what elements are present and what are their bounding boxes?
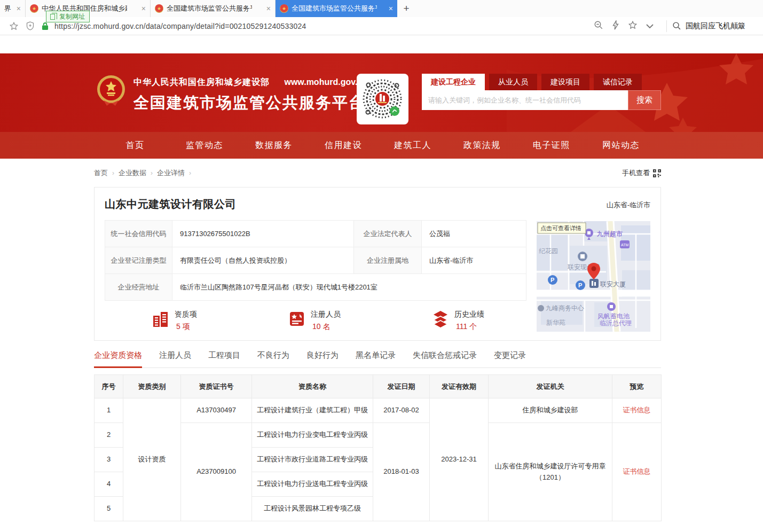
company-name: 山东中元建筑设计有限公司: [105, 197, 236, 212]
field-label: 企业注册属地: [354, 247, 422, 274]
field-label: 企业经营地址: [105, 274, 172, 301]
nav-item-credit[interactable]: 信用建设: [309, 132, 378, 159]
browser-tab-2[interactable]: ★ 全国建筑市场监管公共服务平台 ×: [151, 0, 276, 17]
browser-address-bar: https://jzsc.mohurd.gov.cn/data/company/…: [0, 17, 763, 35]
mobile-view-link[interactable]: 手机查看: [622, 168, 661, 178]
building-icon: [152, 310, 170, 328]
tab-close-icon[interactable]: ×: [389, 4, 393, 13]
search-tab-enterprise[interactable]: 建设工程企业: [422, 74, 485, 90]
tab-projects[interactable]: 工程项目: [208, 350, 240, 367]
tab-change-records[interactable]: 变更记录: [494, 350, 526, 367]
tab-title: 全国建筑市场监管公共服务平台: [167, 4, 252, 13]
nav-item-licenses[interactable]: 电子证照: [517, 132, 586, 159]
cell-cert-no: A137030497: [181, 398, 252, 423]
company-stats: 资质项 5 项 注册人员: [105, 310, 526, 332]
cell-authority: 山东省住房和城乡建设厅许可专用章 （1201）: [489, 423, 612, 521]
cell-preview: 证书信息: [612, 398, 662, 423]
svg-text:P: P: [578, 282, 582, 288]
stat-qualifications[interactable]: 资质项 5 项: [152, 310, 197, 332]
company-region: 山东省-临沂市: [607, 200, 650, 210]
tab-good-behavior[interactable]: 良好行为: [306, 350, 339, 367]
search-tab-project[interactable]: 建设项目: [541, 74, 589, 90]
nav-item-site-news[interactable]: 网站动态: [586, 132, 656, 159]
cell-preview: 证书信息: [612, 423, 662, 521]
url-text[interactable]: https://jzsc.mohurd.gov.cn/data/company/…: [54, 22, 306, 30]
svg-text:ATM: ATM: [621, 243, 628, 247]
emblem-favicon-icon: ★: [155, 4, 163, 13]
chevron-right-icon: ›: [112, 169, 114, 177]
breadcrumb-company-detail[interactable]: 企业详情: [157, 168, 185, 178]
tab-close-icon[interactable]: ×: [266, 4, 271, 13]
stat-registered-personnel[interactable]: 注册人员 10 名: [288, 310, 341, 332]
search-tab-personnel[interactable]: 从业人员: [489, 74, 537, 90]
ministry-name: 中华人民共和国住房和城乡建设部: [133, 77, 270, 87]
shield-permission-icon[interactable]: [26, 21, 34, 30]
chevron-right-icon: ›: [189, 169, 191, 177]
cell-cert-no: A237009100: [181, 423, 252, 521]
layers-icon: [431, 310, 450, 328]
stat-history-performance[interactable]: 历史业绩 111 个: [431, 310, 484, 332]
tab-close-icon[interactable]: ×: [141, 4, 146, 13]
table-row: 1 设计资质 A137030497 工程设计建筑行业（建筑工程）甲级 2017-…: [95, 398, 662, 423]
chevron-right-icon: ›: [151, 169, 153, 177]
bookmark-star-icon[interactable]: [9, 21, 19, 31]
field-label: 统一社会信用代码: [105, 221, 172, 247]
chevron-down-icon[interactable]: [646, 21, 654, 31]
search-button[interactable]: 搜索: [628, 90, 661, 110]
cell-authority: 住房和城乡建设部: [489, 398, 612, 423]
cell-category: 设计资质: [123, 398, 181, 521]
qr-code-icon: [653, 169, 661, 177]
copy-url-tooltip: 复制网址: [46, 11, 90, 22]
certificate-info-link[interactable]: 证书信息: [623, 406, 651, 414]
favorite-star-icon[interactable]: [628, 20, 638, 32]
header-search-widget: 建设工程企业 从业人员 建设项目 诚信记录 搜索: [422, 74, 661, 110]
tab-title: 全国建筑市场监管公共服务平台: [292, 4, 377, 13]
cell-issue-date: 2017-08-02: [373, 398, 430, 423]
browser-search-box[interactable]: 国航回应飞机颠簸: [672, 21, 758, 31]
tab-registered-personnel[interactable]: 注册人员: [159, 350, 191, 367]
tab-bad-behavior[interactable]: 不良行为: [257, 350, 289, 367]
cell-valid-until: 2023-12-31: [430, 398, 489, 521]
svg-text:P: P: [550, 277, 554, 283]
primary-nav: 首页 监管动态 数据服务 信用建设 建筑工人 政策法规 电子证照 网站动态: [0, 132, 763, 159]
new-tab-button[interactable]: +: [397, 0, 415, 17]
location-map[interactable]: 九州超市 ATM 纪花园 联安现代城 P P 联安大厦: [537, 221, 650, 332]
cell-no: 3: [95, 448, 123, 472]
emblem-favicon-icon: ★: [30, 4, 38, 13]
tab-qualifications[interactable]: 企业资质资格: [94, 350, 142, 367]
breadcrumb-home[interactable]: 首页: [94, 168, 108, 178]
cell-qual-name: 工程设计市政行业道路工程专业丙级: [252, 448, 373, 472]
nav-item-workers[interactable]: 建筑工人: [378, 132, 447, 159]
breadcrumb-company-data[interactable]: 企业数据: [119, 168, 146, 178]
field-value-registered-region: 山东省-临沂市: [422, 247, 526, 274]
browser-tab-bar: 界 × ★ 中华人民共和国住房和城乡建设 × ★ 全国建筑市场监管公共服务平台 …: [0, 0, 763, 17]
national-emblem-icon: [96, 75, 126, 108]
nav-item-home[interactable]: 首页: [100, 132, 170, 159]
lightning-icon[interactable]: [612, 20, 619, 32]
nav-item-supervision[interactable]: 监管动态: [170, 132, 239, 159]
search-tab-credit[interactable]: 诚信记录: [594, 74, 642, 90]
certificate-info-link[interactable]: 证书信息: [623, 467, 651, 475]
tab-blacklist[interactable]: 黑名单记录: [356, 350, 396, 367]
svg-text:联安大厦: 联安大厦: [600, 280, 626, 288]
tab-dishonesty-records[interactable]: 失信联合惩戒记录: [413, 350, 477, 367]
browser-tab-active[interactable]: ★ 全国建筑市场监管公共服务平台 ×: [276, 0, 397, 17]
breadcrumb: 首页 › 企业数据 › 企业详情 › 手机查看: [94, 168, 661, 178]
zoom-out-icon[interactable]: [594, 20, 603, 32]
https-lock-icon[interactable]: [42, 22, 49, 30]
tab-close-icon[interactable]: ×: [17, 4, 21, 13]
browser-tab-0[interactable]: 界 ×: [0, 0, 26, 17]
cell-issue-date: 2018-01-03: [373, 423, 430, 521]
keyword-search-input[interactable]: [422, 90, 628, 110]
site-brand: 中华人民共和国住房和城乡建设部 www.mohurd.gov.cn 全国建筑市场…: [96, 75, 367, 114]
field-label: 企业法定代表人: [354, 221, 422, 247]
company-info-table: 统一社会信用代码 91371302675501022B 企业法定代表人 公茂福 …: [105, 220, 526, 301]
web-page: 中华人民共和国住房和城乡建设部 www.mohurd.gov.cn 全国建筑市场…: [0, 35, 763, 532]
cell-qual-name: 工程设计建筑行业（建筑工程）甲级: [252, 398, 373, 423]
nav-item-data-service[interactable]: 数据服务: [239, 132, 309, 159]
qualification-table: 序号 资质类别 资质证书号 资质名称 发证日期 发证有效期 发证机关 预览 1 …: [94, 374, 662, 521]
nav-item-policy[interactable]: 政策法规: [447, 132, 517, 159]
svg-text:新华苑: 新华苑: [546, 319, 565, 326]
field-value-company-type: 有限责任公司（自然人投资或控股）: [172, 247, 354, 274]
ministry-url: www.mohurd.gov.cn: [284, 77, 367, 87]
